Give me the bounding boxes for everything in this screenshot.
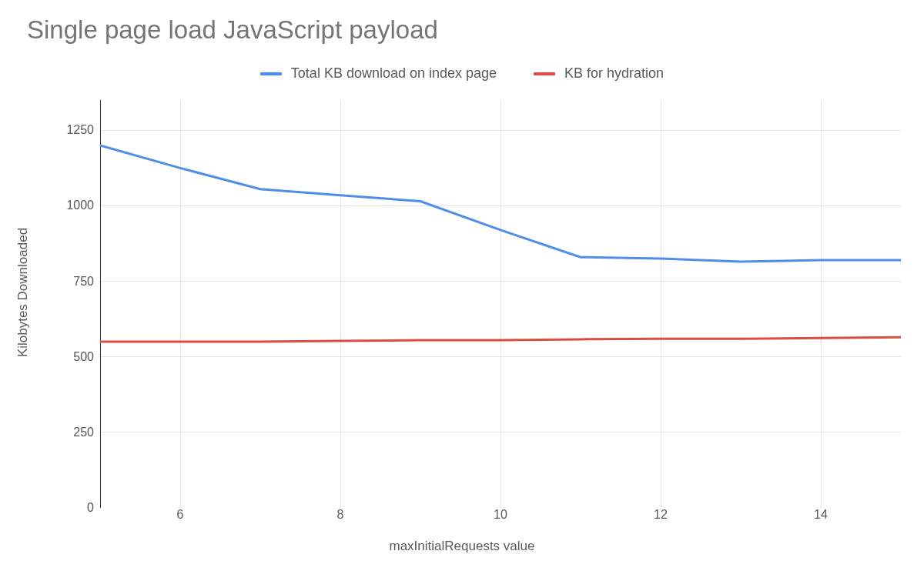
y-tick-label: 750	[73, 275, 94, 289]
legend-label-hydration: KB for hydration	[564, 65, 664, 82]
legend-swatch-total	[260, 72, 282, 75]
legend-label-total: Total KB download on index page	[291, 65, 497, 82]
x-tick-label: 6	[177, 508, 184, 522]
x-tick-label: 12	[654, 508, 668, 522]
legend-item-hydration: KB for hydration	[534, 65, 664, 82]
chart-title: Single page load JavaScript payload	[27, 15, 438, 45]
y-tick-label: 1250	[66, 123, 94, 137]
x-tick-label: 10	[494, 508, 507, 522]
legend-swatch-hydration	[534, 72, 555, 75]
y-tick-label: 250	[73, 426, 94, 439]
x-tick-label: 8	[337, 508, 344, 522]
plot-area	[100, 100, 901, 508]
legend: Total KB download on index page KB for h…	[0, 65, 924, 82]
y-tick-label: 500	[73, 350, 94, 364]
y-tick-label: 1000	[66, 199, 94, 212]
x-tick-label: 14	[814, 508, 828, 522]
legend-item-total: Total KB download on index page	[260, 65, 497, 82]
y-tick-label: 0	[87, 501, 94, 515]
x-axis-label: maxInitialRequests value	[0, 539, 924, 554]
y-axis-label: Kilobytes Downloaded	[15, 228, 31, 357]
chart-container: Single page load JavaScript payload Tota…	[0, 0, 924, 571]
